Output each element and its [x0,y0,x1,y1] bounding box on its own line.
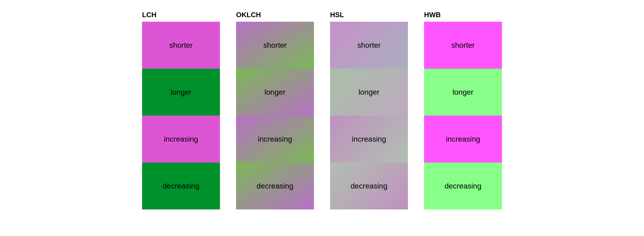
main-container: LCHshorterlongerincreasingdecreasingOKLC… [142,11,502,209]
block-label-oklch-longer: longer [265,88,285,97]
block-label-hsl-longer: longer [359,88,379,97]
block-oklch-longer: longer [236,69,314,116]
group-oklch: OKLCHshorterlongerincreasingdecreasing [236,11,314,209]
block-hsl-longer: longer [330,69,408,116]
block-hwb-longer: longer [424,69,502,116]
block-label-oklch-shorter: shorter [263,41,287,50]
block-hwb-increasing: increasing [424,116,502,163]
block-label-hsl-increasing: increasing [352,135,386,143]
block-label-hwb-longer: longer [453,88,473,97]
block-lch-shorter: shorter [142,22,220,69]
block-oklch-decreasing: decreasing [236,163,314,209]
block-hwb-decreasing: decreasing [424,163,502,209]
group-lch: LCHshorterlongerincreasingdecreasing [142,11,220,209]
block-label-hwb-increasing: increasing [446,135,480,143]
group-title-hwb: HWB [424,11,502,19]
block-oklch-shorter: shorter [236,22,314,69]
block-hsl-increasing: increasing [330,116,408,163]
group-title-oklch: OKLCH [236,11,314,19]
block-label-lch-decreasing: decreasing [163,182,200,190]
block-oklch-increasing: increasing [236,116,314,163]
block-label-oklch-decreasing: decreasing [257,182,294,190]
block-hsl-shorter: shorter [330,22,408,69]
block-label-hwb-decreasing: decreasing [445,182,482,190]
block-hwb-shorter: shorter [424,22,502,69]
block-label-oklch-increasing: increasing [258,135,292,143]
group-hsl: HSLshorterlongerincreasingdecreasing [330,11,408,209]
block-label-lch-increasing: increasing [164,135,198,143]
block-label-hsl-shorter: shorter [357,41,381,50]
block-label-lch-shorter: shorter [169,41,193,50]
block-lch-increasing: increasing [142,116,220,163]
block-hsl-decreasing: decreasing [330,163,408,209]
block-label-lch-longer: longer [171,88,191,97]
block-label-hsl-decreasing: decreasing [351,182,388,190]
group-hwb: HWBshorterlongerincreasingdecreasing [424,11,502,209]
block-lch-decreasing: decreasing [142,163,220,209]
group-title-hsl: HSL [330,11,408,19]
block-lch-longer: longer [142,69,220,116]
block-label-hwb-shorter: shorter [451,41,475,50]
group-title-lch: LCH [142,11,220,19]
